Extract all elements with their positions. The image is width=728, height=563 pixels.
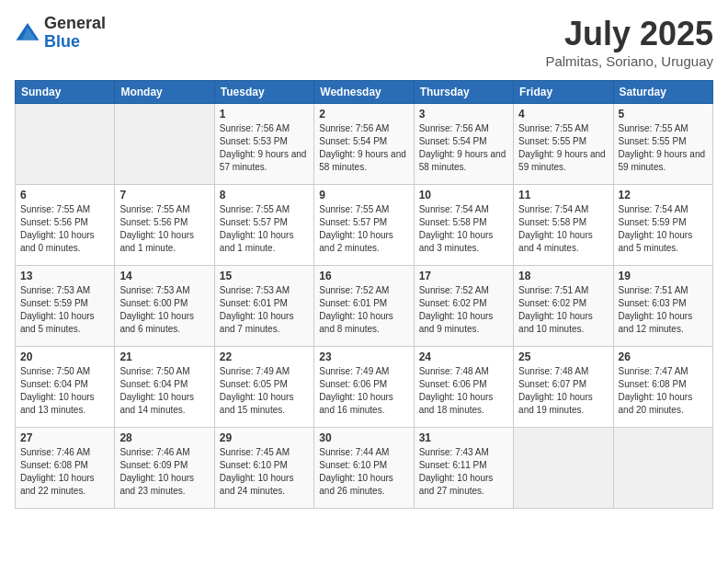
day-number: 22 — [220, 350, 309, 363]
calendar-header-row: SundayMondayTuesdayWednesdayThursdayFrid… — [16, 81, 713, 104]
calendar-cell: 26Sunrise: 7:47 AMSunset: 6:08 PMDayligh… — [613, 347, 712, 428]
calendar-cell — [613, 428, 712, 509]
day-info: Sunrise: 7:54 AMSunset: 5:59 PMDaylight:… — [619, 203, 708, 255]
day-info: Sunrise: 7:46 AMSunset: 6:08 PMDaylight:… — [20, 446, 109, 498]
calendar-cell: 27Sunrise: 7:46 AMSunset: 6:08 PMDayligh… — [16, 428, 115, 509]
day-info: Sunrise: 7:55 AMSunset: 5:55 PMDaylight:… — [518, 122, 608, 174]
calendar-cell: 3Sunrise: 7:56 AMSunset: 5:54 PMDaylight… — [414, 104, 513, 185]
day-info: Sunrise: 7:47 AMSunset: 6:08 PMDaylight:… — [619, 365, 708, 417]
calendar-cell: 11Sunrise: 7:54 AMSunset: 5:58 PMDayligh… — [514, 185, 613, 266]
day-info: Sunrise: 7:45 AMSunset: 6:10 PMDaylight:… — [220, 446, 309, 498]
calendar-cell: 28Sunrise: 7:46 AMSunset: 6:09 PMDayligh… — [115, 428, 214, 509]
page-header: General Blue July 2025 Palmitas, Soriano… — [15, 15, 713, 69]
day-of-week-header: Tuesday — [214, 81, 313, 104]
calendar-cell: 18Sunrise: 7:51 AMSunset: 6:02 PMDayligh… — [514, 266, 613, 347]
day-info: Sunrise: 7:43 AMSunset: 6:11 PMDaylight:… — [419, 446, 508, 498]
calendar-cell: 21Sunrise: 7:50 AMSunset: 6:04 PMDayligh… — [115, 347, 214, 428]
day-number: 14 — [119, 270, 209, 282]
calendar-cell: 13Sunrise: 7:53 AMSunset: 5:59 PMDayligh… — [16, 266, 115, 347]
day-number: 1 — [220, 108, 309, 121]
day-info: Sunrise: 7:55 AMSunset: 5:55 PMDaylight:… — [619, 122, 708, 174]
logo-text: General Blue — [44, 15, 106, 52]
day-number: 30 — [319, 431, 408, 444]
day-info: Sunrise: 7:49 AMSunset: 6:06 PMDaylight:… — [319, 365, 408, 417]
day-info: Sunrise: 7:55 AMSunset: 5:57 PMDaylight:… — [220, 203, 309, 255]
day-of-week-header: Friday — [514, 81, 613, 104]
calendar-cell: 5Sunrise: 7:55 AMSunset: 5:55 PMDaylight… — [613, 104, 712, 185]
calendar-cell: 2Sunrise: 7:56 AMSunset: 5:54 PMDaylight… — [314, 104, 414, 185]
calendar-cell — [514, 428, 613, 509]
day-number: 16 — [319, 270, 408, 282]
day-number: 12 — [619, 189, 708, 201]
day-info: Sunrise: 7:55 AMSunset: 5:56 PMDaylight:… — [20, 203, 109, 255]
day-info: Sunrise: 7:52 AMSunset: 6:02 PMDaylight:… — [419, 284, 508, 336]
day-number: 21 — [119, 350, 209, 363]
calendar-cell: 19Sunrise: 7:51 AMSunset: 6:03 PMDayligh… — [613, 266, 712, 347]
calendar-cell: 25Sunrise: 7:48 AMSunset: 6:07 PMDayligh… — [514, 347, 613, 428]
day-number: 26 — [619, 350, 708, 363]
calendar-cell: 31Sunrise: 7:43 AMSunset: 6:11 PMDayligh… — [414, 428, 513, 509]
calendar-cell: 7Sunrise: 7:55 AMSunset: 5:56 PMDaylight… — [115, 185, 214, 266]
day-info: Sunrise: 7:50 AMSunset: 6:04 PMDaylight:… — [119, 365, 209, 417]
day-info: Sunrise: 7:53 AMSunset: 6:01 PMDaylight:… — [220, 284, 309, 336]
day-info: Sunrise: 7:48 AMSunset: 6:07 PMDaylight:… — [518, 365, 608, 417]
logo: General Blue — [15, 15, 106, 52]
month-title: July 2025 — [545, 15, 713, 53]
calendar-cell: 12Sunrise: 7:54 AMSunset: 5:59 PMDayligh… — [613, 185, 712, 266]
day-info: Sunrise: 7:50 AMSunset: 6:04 PMDaylight:… — [20, 365, 109, 417]
day-number: 4 — [518, 108, 608, 121]
calendar-cell: 4Sunrise: 7:55 AMSunset: 5:55 PMDaylight… — [514, 104, 613, 185]
day-number: 31 — [419, 431, 508, 444]
day-number: 17 — [419, 270, 508, 282]
day-info: Sunrise: 7:53 AMSunset: 5:59 PMDaylight:… — [20, 284, 109, 336]
day-info: Sunrise: 7:49 AMSunset: 6:05 PMDaylight:… — [220, 365, 309, 417]
day-number: 15 — [220, 270, 309, 282]
day-number: 8 — [220, 189, 309, 201]
calendar-cell: 22Sunrise: 7:49 AMSunset: 6:05 PMDayligh… — [214, 347, 313, 428]
location-subtitle: Palmitas, Soriano, Uruguay — [545, 53, 713, 69]
day-of-week-header: Wednesday — [314, 81, 414, 104]
day-info: Sunrise: 7:56 AMSunset: 5:54 PMDaylight:… — [319, 122, 408, 174]
calendar-week-row: 13Sunrise: 7:53 AMSunset: 5:59 PMDayligh… — [16, 266, 713, 347]
day-number: 18 — [518, 270, 608, 282]
calendar-cell: 23Sunrise: 7:49 AMSunset: 6:06 PMDayligh… — [314, 347, 414, 428]
day-info: Sunrise: 7:56 AMSunset: 5:54 PMDaylight:… — [419, 122, 508, 174]
calendar-cell: 8Sunrise: 7:55 AMSunset: 5:57 PMDaylight… — [214, 185, 313, 266]
day-of-week-header: Monday — [115, 81, 214, 104]
day-number: 6 — [20, 189, 109, 201]
day-info: Sunrise: 7:54 AMSunset: 5:58 PMDaylight:… — [419, 203, 508, 255]
day-info: Sunrise: 7:44 AMSunset: 6:10 PMDaylight:… — [319, 446, 408, 498]
day-of-week-header: Sunday — [16, 81, 115, 104]
day-number: 13 — [20, 270, 109, 282]
calendar-table: SundayMondayTuesdayWednesdayThursdayFrid… — [15, 80, 713, 509]
day-number: 24 — [419, 350, 508, 363]
logo-blue: Blue — [44, 33, 106, 52]
day-number: 10 — [419, 189, 508, 201]
calendar-week-row: 1Sunrise: 7:56 AMSunset: 5:53 PMDaylight… — [16, 104, 713, 185]
day-info: Sunrise: 7:53 AMSunset: 6:00 PMDaylight:… — [119, 284, 209, 336]
calendar-cell: 10Sunrise: 7:54 AMSunset: 5:58 PMDayligh… — [414, 185, 513, 266]
logo-icon — [15, 20, 40, 46]
day-number: 27 — [20, 431, 109, 444]
day-info: Sunrise: 7:52 AMSunset: 6:01 PMDaylight:… — [319, 284, 408, 336]
day-info: Sunrise: 7:54 AMSunset: 5:58 PMDaylight:… — [518, 203, 608, 255]
calendar-cell: 16Sunrise: 7:52 AMSunset: 6:01 PMDayligh… — [314, 266, 414, 347]
title-block: July 2025 Palmitas, Soriano, Uruguay — [545, 15, 713, 69]
calendar-cell: 1Sunrise: 7:56 AMSunset: 5:53 PMDaylight… — [214, 104, 313, 185]
calendar-cell — [16, 104, 115, 185]
day-info: Sunrise: 7:55 AMSunset: 5:57 PMDaylight:… — [319, 203, 408, 255]
calendar-week-row: 27Sunrise: 7:46 AMSunset: 6:08 PMDayligh… — [16, 428, 713, 509]
day-of-week-header: Thursday — [414, 81, 513, 104]
day-info: Sunrise: 7:46 AMSunset: 6:09 PMDaylight:… — [119, 446, 209, 498]
day-number: 29 — [220, 431, 309, 444]
day-info: Sunrise: 7:51 AMSunset: 6:03 PMDaylight:… — [619, 284, 708, 336]
calendar-week-row: 20Sunrise: 7:50 AMSunset: 6:04 PMDayligh… — [16, 347, 713, 428]
day-number: 19 — [619, 270, 708, 282]
day-of-week-header: Saturday — [613, 81, 712, 104]
day-number: 23 — [319, 350, 408, 363]
day-number: 20 — [20, 350, 109, 363]
calendar-week-row: 6Sunrise: 7:55 AMSunset: 5:56 PMDaylight… — [16, 185, 713, 266]
calendar-cell: 29Sunrise: 7:45 AMSunset: 6:10 PMDayligh… — [214, 428, 313, 509]
day-number: 5 — [619, 108, 708, 121]
calendar-cell: 15Sunrise: 7:53 AMSunset: 6:01 PMDayligh… — [214, 266, 313, 347]
